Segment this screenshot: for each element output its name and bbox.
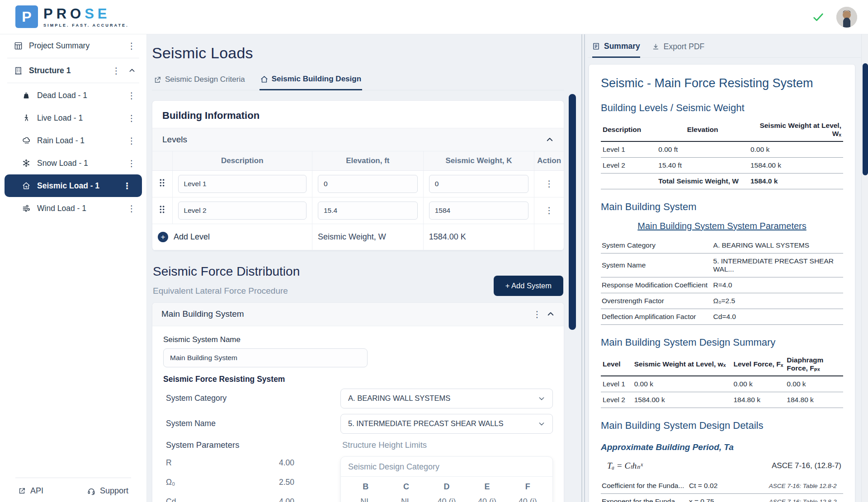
col-level-force: Level Force, Fₓ (731, 354, 785, 376)
sdc-col-e: E40 (i) (467, 482, 508, 502)
seismic-design-category-card: Seismic Design Category BNL CNL D40 (i) (340, 456, 553, 502)
tab-summary[interactable]: Summary (592, 42, 640, 58)
col-level: Level (601, 354, 632, 376)
sidebar-item-snow-load[interactable]: Snow Load - 1 ⋮ (0, 152, 146, 174)
level2-kebab-icon[interactable]: ⋮ (545, 206, 553, 215)
tab-label: Seismic Design Criteria (165, 75, 245, 84)
seismic-force-distribution-header: Seismic Force Distribution Equivalent La… (152, 264, 564, 296)
design-summary-row: Level 2 1584.00 k 184.80 k 184.80 k (601, 392, 843, 408)
snow-load-kebab-icon[interactable]: ⋮ (127, 158, 137, 169)
divider (15, 478, 131, 478)
rain-load-kebab-icon[interactable]: ⋮ (127, 136, 137, 146)
level1-kebab-icon[interactable]: ⋮ (545, 179, 553, 188)
sidebar-item-label: Wind Load - 1 (37, 204, 127, 213)
export-pdf-label: Export PDF (664, 42, 704, 52)
sidebar-item-wind-load[interactable]: Wind Load - 1 ⋮ (0, 197, 146, 220)
level1-description-input[interactable] (178, 175, 307, 193)
param-row-omega: Ω₀ 2.50 (166, 478, 340, 487)
brand-logo[interactable]: P PROSE SIMPLE. FAST. ACCURATE. (15, 5, 129, 28)
drag-column-header (152, 151, 172, 170)
structure-kebab-icon[interactable]: ⋮ (111, 66, 121, 76)
sidebar: Project Summary ⋮ Structure 1 ⋮ Dead Loa… (0, 34, 147, 502)
wind-load-icon (22, 204, 31, 213)
logo-mark-icon: P (15, 5, 38, 28)
brand-wordmark: PROSE SIMPLE. FAST. ACCURATE. (43, 5, 129, 28)
system-category-select[interactable]: A. BEARING WALL SYSTEMS (340, 389, 553, 408)
drag-handle-icon[interactable] (159, 178, 165, 187)
tab-label: Seismic Building Design (272, 75, 361, 84)
sidebar-item-label: Dead Load - 1 (37, 91, 127, 100)
level2-elevation-input[interactable] (318, 202, 418, 220)
summary-tabs: Summary Export PDF (588, 34, 861, 58)
seismic-load-kebab-icon[interactable]: ⋮ (122, 181, 132, 191)
level1-elevation-input[interactable] (318, 175, 418, 193)
tab-seismic-building-design[interactable]: Seismic Building Design (259, 72, 362, 90)
user-avatar[interactable] (836, 7, 857, 28)
api-label: API (30, 486, 43, 496)
seismic-system-name-input[interactable] (163, 348, 368, 367)
design-details-section-title: Main Building System Design Details (601, 420, 843, 432)
page-scrollbar[interactable] (861, 34, 868, 502)
api-link[interactable]: API (18, 486, 43, 496)
col-action: Action (534, 151, 564, 170)
main-scrollbar-thumb[interactable] (569, 94, 576, 330)
support-link[interactable]: Support (87, 486, 128, 496)
page-scrollbar-thumb[interactable] (863, 63, 868, 175)
levels-section-header[interactable]: Levels (152, 128, 564, 151)
level2-description-input[interactable] (178, 202, 307, 220)
add-system-button[interactable]: + Add System (494, 276, 563, 296)
system-parameters-block: System Parameters R 4.00 Ω₀ 2.50 Cd 4.00 (163, 440, 340, 502)
drag-handle-icon[interactable] (159, 205, 165, 214)
design-summary-row: Level 1 0.00 k 0.00 k 0.00 k (601, 376, 843, 392)
sidebar-item-live-load[interactable]: Live Load - 1 ⋮ (0, 107, 146, 129)
structure-collapse-chevron-icon[interactable] (127, 67, 137, 74)
param-value: 2.50 (279, 478, 294, 487)
sidebar-item-rain-load[interactable]: Rain Load - 1 ⋮ (0, 129, 146, 152)
sidebar-item-seismic-load[interactable]: Seismic Load - 1 ⋮ (5, 174, 142, 197)
wind-load-kebab-icon[interactable]: ⋮ (127, 203, 137, 214)
sidebar-item-project-summary[interactable]: Project Summary ⋮ (0, 34, 146, 57)
sdc-col-c: CNL (386, 482, 427, 502)
levels-collapse-chevron-icon[interactable] (546, 136, 554, 144)
level1-weight-input[interactable] (429, 175, 529, 193)
sidebar-item-dead-load[interactable]: Dead Load - 1 ⋮ (0, 84, 146, 107)
levels-header-row: Description Elevation, ft Seismic Weight… (152, 151, 564, 170)
detail-row: Coefficient for the Funda... Ct = 0.02 A… (601, 478, 843, 494)
tab-seismic-design-criteria[interactable]: Seismic Design Criteria (153, 72, 246, 90)
dead-load-weight-icon (22, 91, 31, 99)
col-diaphragm-force: Diaphragm Force, Fₚₓ (785, 354, 843, 376)
main-building-system-kebab-icon[interactable]: ⋮ (532, 309, 542, 319)
system-parameters-link[interactable]: Main Building System System Parameters (637, 221, 806, 231)
export-pdf-button[interactable]: Export PDF (652, 42, 704, 57)
page-title: Seismic Loads (152, 44, 564, 62)
main-building-system-chevron-icon[interactable] (547, 310, 555, 318)
sidebar-item-structure-1[interactable]: Structure 1 ⋮ (0, 59, 146, 82)
summary-panel: Summary Export PDF Seismic - Main Force … (588, 34, 861, 502)
system-name-select[interactable]: 5. INTERMEDIATE PRECAST SHEAR WALLS (340, 414, 553, 434)
main-tabs: Seismic Design Criteria Seismic Building… (152, 72, 564, 90)
building-levels-section-title: Building Levels / Seismic Weight (601, 102, 843, 114)
panel-splitter[interactable] (581, 34, 585, 502)
building-icon (14, 66, 23, 75)
support-label: Support (100, 486, 128, 496)
dead-load-kebab-icon[interactable]: ⋮ (127, 90, 137, 101)
project-summary-kebab-icon[interactable]: ⋮ (127, 41, 137, 51)
system-name-value: 5. INTERMEDIATE PRECAST SHEAR WALLS (348, 419, 538, 428)
sidebar-item-label: Rain Load - 1 (37, 136, 127, 145)
param-label: R (166, 458, 279, 468)
seismic-system-name-label: Seismic System Name (163, 335, 553, 344)
level2-weight-input[interactable] (429, 202, 529, 220)
sidebar-item-label: Snow Load - 1 (37, 159, 127, 168)
summary-level-row: Level 2 15.40 ft 1584.00 k (601, 158, 843, 174)
total-weight-value: 1584.00 K (423, 224, 534, 250)
add-level-label: Add Level (174, 232, 210, 242)
live-load-kebab-icon[interactable]: ⋮ (127, 113, 137, 123)
sidebar-item-label: Seismic Load - 1 (37, 181, 122, 191)
levels-footer-row: + Add Level Seismic Weight, W 1584.00 K (152, 224, 564, 250)
design-summary-table: Level Seismic Weight at Level, wₓ Level … (601, 354, 843, 408)
main-building-system-card: Main Building System ⋮ Seismic System Na… (152, 302, 564, 502)
period-formula-row: Tₐ = Cₜhₙˣ ASCE 7-16, (12.8-7) (601, 460, 843, 471)
add-level-button[interactable]: + Add Level (158, 232, 307, 242)
total-seismic-weight-value: 1584.0 k (749, 174, 843, 189)
main-building-system-header[interactable]: Main Building System ⋮ (152, 303, 564, 326)
